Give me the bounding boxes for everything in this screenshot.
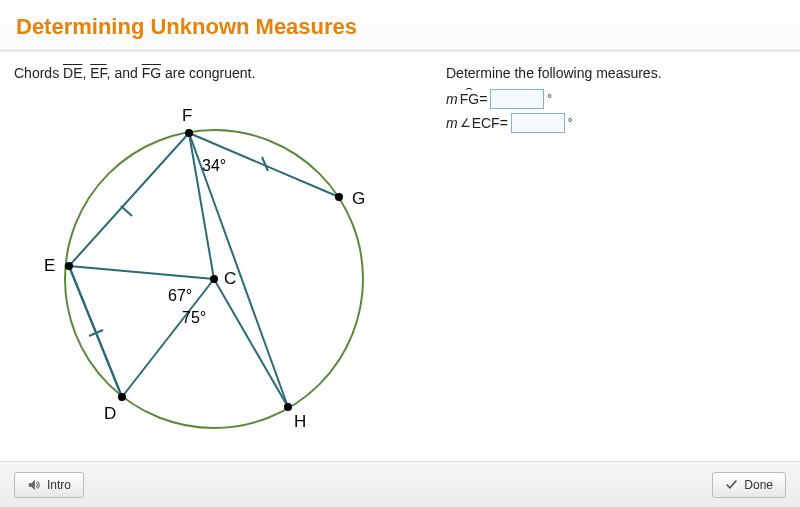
label-h: H (294, 412, 306, 431)
label-d: D (104, 404, 116, 423)
point-e (65, 262, 73, 270)
point-d (118, 393, 126, 401)
seg-fc (189, 133, 214, 279)
speaker-icon (27, 478, 41, 492)
point-h (284, 403, 292, 411)
instruction-text: Determine the following measures. (446, 65, 792, 81)
measure-row-arc-fg: mFG = ° (446, 89, 792, 109)
point-f (185, 129, 193, 137)
point-g (335, 193, 343, 201)
chord-ef: EF (90, 65, 106, 81)
footer-bar: Intro Done (0, 461, 800, 507)
label-g: G (352, 189, 365, 208)
done-label: Done (744, 478, 773, 492)
angle-75: 75° (182, 309, 206, 326)
header: Determining Unknown Measures (0, 0, 800, 51)
tick-ef (121, 206, 132, 216)
sep2: , and (107, 65, 142, 81)
check-icon (725, 478, 738, 491)
label-f: F (182, 106, 192, 125)
seg-ec (69, 266, 214, 279)
content-area: Chords DE, EF, and FG are congruent. (0, 51, 800, 439)
angle-ecf-input[interactable] (511, 113, 565, 133)
m-label-2: m (446, 115, 458, 131)
angle-67: 67° (168, 287, 192, 304)
page-title: Determining Unknown Measures (16, 14, 784, 40)
m-label-1: m (446, 91, 458, 107)
deg-2: ° (568, 116, 573, 130)
seg-fh (189, 133, 288, 407)
arc-fg-symbol: FG (460, 91, 479, 107)
angle-symbol: ∠ (460, 116, 471, 130)
done-button[interactable]: Done (712, 472, 786, 498)
eq-1: = (479, 91, 487, 107)
seg-ch (214, 279, 288, 407)
right-column: Determine the following measures. mFG = … (438, 65, 792, 439)
diagram-svg: C D E F G H 34° 67° 75° (14, 89, 404, 439)
circle-diagram: C D E F G H 34° 67° 75° (14, 89, 404, 439)
chord-de: DE (63, 65, 82, 81)
left-column: Chords DE, EF, and FG are congruent. (8, 65, 438, 439)
prompt-suffix: are congruent. (161, 65, 255, 81)
chord-prompt: Chords DE, EF, and FG are congruent. (14, 65, 438, 81)
angle-34: 34° (202, 157, 226, 174)
intro-button[interactable]: Intro (14, 472, 84, 498)
point-c (210, 275, 218, 283)
measure-row-angle-ecf: m∠ECF = ° (446, 113, 792, 133)
prompt-prefix: Chords (14, 65, 63, 81)
arc-fg-input[interactable] (490, 89, 544, 109)
chord-fg: FG (142, 65, 161, 81)
seg-ed (69, 266, 122, 397)
eq-2: = (500, 115, 508, 131)
label-e: E (44, 256, 55, 275)
label-c: C (224, 269, 236, 288)
angle-ecf-name: ECF (472, 115, 500, 131)
intro-label: Intro (47, 478, 71, 492)
tick-marks (89, 157, 268, 336)
deg-1: ° (547, 92, 552, 106)
